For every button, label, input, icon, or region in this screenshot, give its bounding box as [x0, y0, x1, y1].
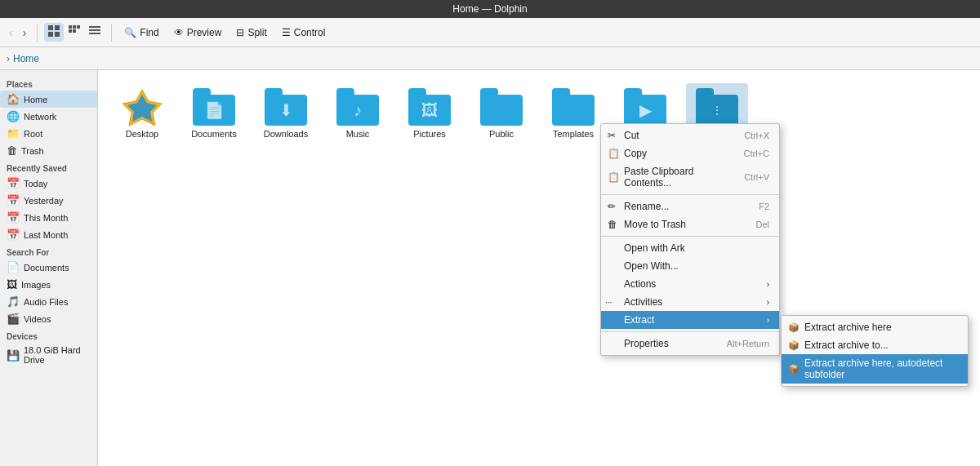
toolbar-separator-2 [111, 24, 112, 42]
desktop-folder-icon [121, 88, 163, 126]
sidebar-item-last-month[interactable]: 📅 Last Month [0, 226, 97, 243]
submenu-extract-to-label: Extract archive to... [804, 340, 889, 351]
svg-rect-8 [73, 29, 76, 33]
ctx-cut-label: Cut [624, 130, 639, 141]
sidebar-item-root[interactable]: 📁 Root [0, 125, 97, 142]
sidebar-item-hard-drive-label: 18.0 GiB Hard Drive [24, 345, 91, 365]
file-label-music: Music [346, 129, 370, 140]
ctx-extract-arrow-icon: › [767, 316, 769, 325]
music-folder-icon: ♪ [336, 88, 379, 126]
search-for-label: Search For [0, 243, 97, 259]
list-view-button[interactable] [85, 23, 105, 42]
ctx-sep-2 [601, 236, 779, 237]
submenu-extract-auto[interactable]: 📦 Extract archive here, autodetect subfo… [782, 354, 968, 384]
svg-rect-5 [73, 25, 76, 29]
addressbar-chevron-icon[interactable]: › [7, 53, 10, 64]
ctx-actions-label: Actions [624, 278, 656, 290]
ctx-cut[interactable]: ✂ Cut Ctrl+X [601, 126, 779, 144]
documents-folder-icon: 📄 [193, 88, 235, 126]
sidebar-item-yesterday-label: Yesterday [24, 196, 64, 206]
documents-icon: 📄 [7, 261, 20, 273]
file-label-downloads: Downloads [264, 129, 308, 140]
sidebar-item-videos[interactable]: 🎬 Videos [0, 310, 97, 327]
file-item-music[interactable]: ♪ Music [327, 83, 389, 143]
icon-view-button[interactable] [44, 23, 64, 42]
context-menu: ✂ Cut Ctrl+X 📋 Copy Ctrl+C 📋 Paste Clipb… [600, 123, 780, 356]
sidebar-item-audio-files[interactable]: 🎵 Audio Files [0, 293, 97, 310]
images-icon: 🖼 [7, 278, 17, 291]
submenu-extract-here[interactable]: 📦 Extract archive here [782, 318, 968, 336]
extract-to-icon: 📦 [788, 340, 800, 351]
sidebar-item-yesterday[interactable]: 📅 Yesterday [0, 192, 97, 209]
addressbar-home[interactable]: Home [13, 53, 39, 64]
sidebar-item-today-label: Today [24, 179, 47, 189]
sidebar-item-audio-label: Audio Files [24, 297, 68, 307]
sidebar-item-today[interactable]: 📅 Today [0, 175, 97, 192]
ctx-paste-shortcut: Ctrl+V [744, 172, 769, 182]
file-item-documents[interactable]: 📄 Documents [183, 83, 245, 143]
compact-view-button[interactable] [65, 23, 84, 42]
split-button[interactable]: ⊟ Split [230, 24, 272, 41]
preview-button[interactable]: 👁 Preview [168, 24, 228, 41]
submenu-extract-to[interactable]: 📦 Extract archive to... [782, 336, 968, 354]
file-label-templates: Templates [553, 129, 594, 140]
forward-button[interactable]: › [19, 24, 31, 42]
find-button[interactable]: 🔍 Find [118, 24, 164, 41]
sidebar-item-home[interactable]: 🏠 Home [0, 91, 97, 108]
ctx-trash-shortcut: Del [755, 220, 769, 229]
sidebar-item-network[interactable]: 🌐 Network [0, 108, 97, 125]
ctx-copy[interactable]: 📋 Copy Ctrl+C [601, 144, 779, 162]
paste-icon: 📋 [608, 171, 620, 183]
control-button[interactable]: ☰ Control [276, 24, 332, 41]
home-icon: 🏠 [7, 93, 20, 105]
ctx-rename[interactable]: ✏ Rename... F2 [601, 197, 779, 215]
sidebar-item-images-label: Images [21, 280, 51, 290]
back-button[interactable]: ‹ [5, 24, 17, 42]
file-item-desktop[interactable]: Desktop [111, 83, 173, 143]
ctx-trash[interactable]: 🗑 Move to Trash Del [601, 215, 779, 233]
svg-rect-3 [55, 32, 60, 37]
sidebar-item-hard-drive[interactable]: 💾 18.0 GiB Hard Drive [0, 343, 97, 367]
submenu-extract-auto-label: Extract archive here, autodetect subfold… [804, 357, 958, 380]
ctx-open-with[interactable]: Open With... [601, 257, 779, 275]
ctx-properties[interactable]: Properties Alt+Return [601, 335, 779, 353]
ctx-rename-label: Rename... [624, 201, 669, 212]
ctx-actions[interactable]: Actions › [601, 275, 779, 293]
file-item-public[interactable]: Public [470, 83, 532, 143]
svg-rect-0 [48, 25, 53, 30]
ctx-extract[interactable]: Extract › 📦 Extract archive here 📦 Extra… [601, 311, 779, 329]
sidebar-item-this-month[interactable]: 📅 This Month [0, 209, 97, 226]
find-icon: 🔍 [124, 27, 136, 38]
titlebar: Home — Dolphin [0, 0, 980, 18]
ctx-trash-icon: 🗑 [608, 219, 617, 230]
sidebar-item-this-month-label: This Month [24, 213, 68, 223]
file-item-pictures[interactable]: 🖼 Pictures [399, 83, 461, 143]
file-item-templates[interactable]: Templates [542, 83, 604, 143]
ctx-open-ark-label: Open with Ark [624, 242, 685, 254]
sidebar-item-root-label: Root [24, 129, 42, 139]
file-grid: Desktop 📄 Documents ⬇ [111, 83, 967, 143]
sidebar-item-trash[interactable]: 🗑 Trash [0, 142, 97, 159]
sidebar-item-last-month-label: Last Month [24, 230, 68, 240]
places-label: Places [0, 75, 97, 91]
svg-rect-2 [48, 32, 53, 37]
preview-icon: 👁 [174, 27, 184, 38]
cut-icon: ✂ [608, 130, 616, 141]
this-month-icon: 📅 [7, 211, 20, 224]
sidebar-item-documents[interactable]: 📄 Documents [0, 259, 97, 276]
ctx-paste[interactable]: 📋 Paste Clipboard Contents... Ctrl+V [601, 162, 779, 192]
ctx-activities[interactable]: ··· Activities › [601, 293, 779, 311]
recently-saved-label: Recently Saved [0, 159, 97, 175]
sidebar-item-documents-label: Documents [24, 263, 69, 273]
extract-submenu: 📦 Extract archive here 📦 Extract archive… [781, 315, 969, 387]
trash-icon: 🗑 [7, 144, 17, 157]
file-item-downloads[interactable]: ⬇ Downloads [255, 83, 317, 143]
ctx-open-with-label: Open With... [624, 260, 679, 272]
ctx-open-ark[interactable]: Open with Ark [601, 239, 779, 257]
hard-drive-icon: 💾 [7, 349, 20, 362]
extract-auto-icon: 📦 [788, 364, 800, 375]
content-area: Desktop 📄 Documents ⬇ [98, 70, 980, 466]
sidebar-item-images[interactable]: 🖼 Images [0, 276, 97, 293]
ctx-activities-arrow-icon: › [767, 298, 769, 307]
sidebar: Places 🏠 Home 🌐 Network 📁 Root 🗑 Trash R… [0, 70, 98, 466]
